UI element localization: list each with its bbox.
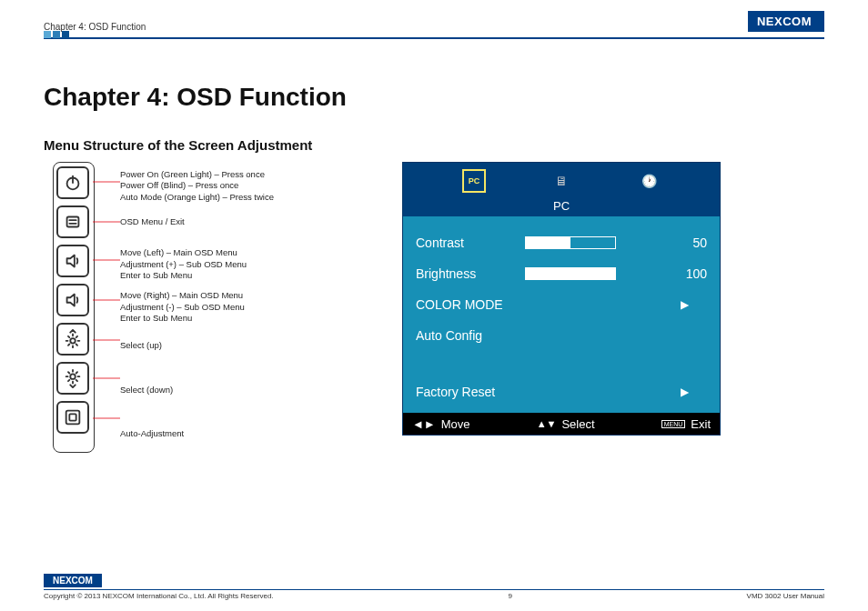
svg-line-13	[76, 345, 77, 346]
svg-point-14	[70, 374, 76, 379]
copyright: Copyright © 2013 NEXCOM International Co…	[44, 592, 274, 600]
svg-line-22	[76, 380, 77, 381]
tab-pc-icon[interactable]: PC	[462, 169, 486, 193]
auto-adjust-icon	[56, 401, 89, 434]
brand-logo: NEXCOM	[748, 11, 824, 32]
speaker-left-icon	[56, 245, 89, 277]
doc-title: VMD 3002 User Manual	[747, 592, 824, 600]
svg-rect-2	[67, 217, 79, 227]
osd-tab-label: PC	[403, 199, 720, 216]
section-title: Menu Structure of the Screen Adjustment	[44, 137, 824, 153]
osd-row-factory[interactable]: Factory Reset ▶	[416, 376, 707, 407]
osd-row-brightness[interactable]: Brightness 100	[416, 258, 707, 289]
page-title: Chapter 4: OSD Function	[44, 83, 824, 112]
page-number: 9	[508, 592, 511, 600]
tab-clock-icon[interactable]: 🕐	[637, 169, 661, 193]
move-arrows-icon: ◄►	[412, 417, 436, 431]
osd-row-colormode[interactable]: COLOR MODE ▶	[416, 289, 707, 320]
svg-point-5	[70, 338, 76, 344]
svg-line-19	[68, 372, 69, 373]
svg-line-12	[68, 345, 69, 346]
osd-tab-bar: PC 🖥 🕐	[403, 163, 720, 199]
power-icon	[56, 166, 89, 199]
menu-chip-icon: MENU	[661, 420, 686, 428]
contrast-slider[interactable]	[525, 236, 616, 249]
header-rule	[44, 37, 824, 39]
sun-down-icon	[56, 362, 89, 395]
osd-panel: PC 🖥 🕐 PC Contrast 50 Brightness 100 COL…	[402, 162, 721, 436]
svg-line-21	[68, 380, 69, 381]
svg-rect-24	[69, 414, 76, 420]
osd-menu-icon	[56, 205, 89, 238]
svg-line-10	[68, 336, 69, 337]
decorative-squares	[44, 31, 69, 38]
tab-display-icon[interactable]: 🖥	[550, 169, 573, 193]
brightness-slider[interactable]	[525, 267, 616, 280]
speaker-right-icon	[56, 284, 89, 316]
select-arrows-icon: ▲▼	[537, 418, 557, 429]
sun-up-icon	[56, 323, 89, 356]
brand-logo-footer: NEXCOM	[44, 574, 102, 587]
svg-rect-23	[66, 411, 80, 425]
chevron-right-icon: ▶	[661, 386, 707, 398]
osd-row-autoconfig[interactable]: Auto Config	[416, 320, 707, 351]
osd-footer: ◄► Move ▲▼ Select MENU Exit	[403, 413, 720, 435]
osd-row-contrast[interactable]: Contrast 50	[416, 227, 707, 258]
button-panel	[53, 162, 95, 453]
chevron-right-icon: ▶	[661, 298, 707, 311]
svg-line-20	[76, 372, 77, 373]
svg-line-11	[76, 336, 77, 337]
button-descriptions: Power On (Green Light) – Press oncePower…	[120, 162, 348, 453]
